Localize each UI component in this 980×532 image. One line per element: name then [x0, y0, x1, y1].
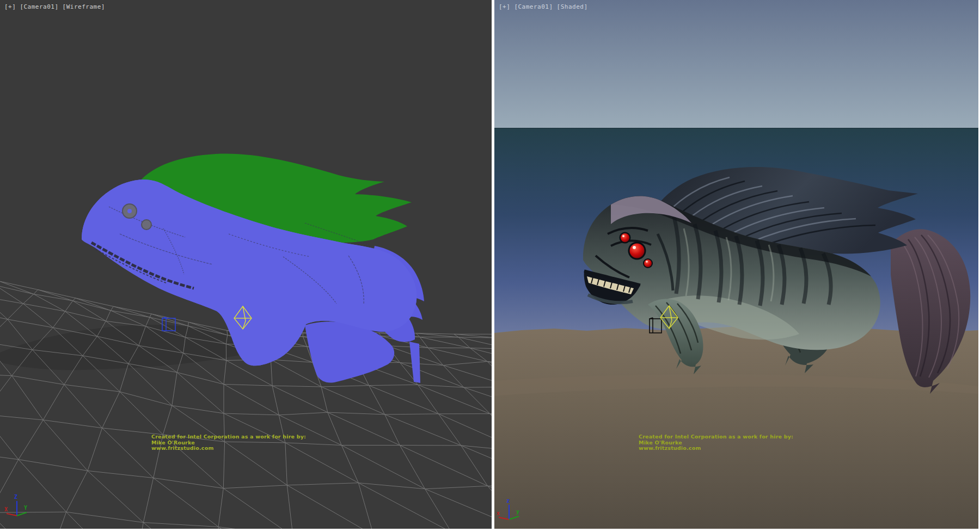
axis-y-label: y [516, 509, 519, 515]
credit-line-1: Created for Intel Corporation as a work … [639, 434, 793, 440]
viewport-menu-button[interactable]: [+] [4, 3, 16, 10]
credit-line-3: www.fritzstudio.com [639, 446, 793, 451]
application-window: [+] [Camera01] [Wireframe] [0, 0, 980, 532]
viewport-wireframe[interactable]: [+] [Camera01] [Wireframe] [0, 0, 492, 529]
axis-y-label: Y [24, 505, 27, 511]
viewport-shaded[interactable]: [+] [Camera01] [Shaded] [494, 0, 978, 529]
axis-x-label: X [4, 506, 8, 512]
credit-line-1: Created for Intel Corporation as a work … [151, 434, 306, 440]
viewport-camera-menu[interactable]: [Camera01] [514, 3, 553, 10]
axis-z-label: Z [14, 494, 17, 500]
viewport-shading-menu[interactable]: [Shaded] [557, 3, 588, 10]
fish-eye-spot-large-center [127, 209, 132, 213]
viewport-shading-menu[interactable]: [Wireframe] [63, 3, 105, 10]
fish-eye-spot-small [142, 220, 151, 230]
viewport-label-left: [+] [Camera01] [Wireframe] [4, 3, 105, 10]
credit-text: Created for Intel Corporation as a work … [639, 434, 793, 451]
viewport-camera-menu[interactable]: [Camera01] [20, 3, 58, 10]
axis-x-label: x [497, 510, 500, 516]
viewport-menu-button[interactable]: [+] [499, 3, 510, 10]
sky [494, 0, 978, 128]
axis-z-label: z [506, 498, 510, 504]
viewport-label-right: [+] [Camera01] [Shaded] [499, 3, 588, 10]
credit-text: Created for Intel Corporation as a work … [151, 434, 306, 451]
credit-line-3: www.fritzstudio.com [151, 446, 306, 451]
